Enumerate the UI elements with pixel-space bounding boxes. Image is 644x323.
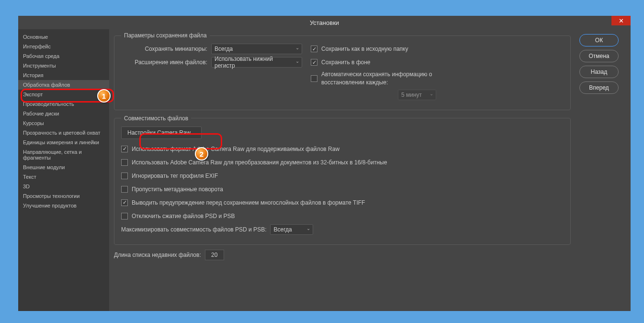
cancel-button[interactable]: Отмена [579, 50, 619, 62]
titlebar: Установки ✕ [18, 16, 631, 29]
recent-list-input[interactable] [205, 250, 224, 260]
thumbnail-label: Сохранять миниатюры: [121, 46, 207, 52]
sidebar-item-11[interactable]: Единицы измерения и линейки [18, 138, 109, 147]
save-background-checkbox[interactable] [311, 59, 317, 66]
camera-raw-settings-button[interactable]: Настройки Camera Raw... [121, 127, 202, 139]
sidebar-item-1[interactable]: Интерфейс [18, 42, 109, 51]
save-background-label[interactable]: Сохранить в фоне [321, 59, 371, 66]
right-panel: ОК Отмена Назад Вперед [576, 29, 631, 311]
autosave-checkbox[interactable] [311, 75, 317, 82]
sidebar-item-2[interactable]: Рабочая среда [18, 51, 109, 61]
recent-list-label: Длина списка недавних файлов: [114, 252, 201, 258]
compat-checkbox-5[interactable] [121, 213, 128, 219]
sidebar-item-8[interactable]: Рабочие диски [18, 109, 109, 118]
sidebar-item-13[interactable]: Внешние модули [18, 162, 109, 172]
sidebar-item-14[interactable]: Текст [18, 172, 109, 182]
ok-button[interactable]: ОК [579, 34, 619, 46]
sidebar-item-15[interactable]: 3D [18, 182, 109, 191]
ext-select[interactable]: Использовать нижний регистр [211, 57, 302, 68]
compat-label-4[interactable]: Выводить предупреждение перед сохранение… [132, 199, 365, 206]
sidebar-item-9[interactable]: Курсоры [18, 118, 109, 128]
compat-label-0[interactable]: Использовать формат Adobe Camera Raw для… [132, 146, 339, 152]
annotation-badge-1: 1 [97, 89, 111, 103]
file-save-options-group: Параметры сохранения файла Сохранять мин… [114, 32, 571, 110]
compat-label-3[interactable]: Пропустить метаданные поворота [132, 186, 223, 193]
autosave-interval-select[interactable]: 5 минут [398, 90, 436, 100]
compat-checkbox-0[interactable] [121, 146, 128, 152]
window-title: Установки [310, 19, 339, 26]
max-compat-select[interactable]: Всегда [270, 224, 313, 235]
compat-checkbox-2[interactable] [121, 173, 128, 179]
sidebar-item-12[interactable]: Направляющие, сетка и фрагменты [18, 147, 109, 162]
save-original-folder-checkbox[interactable] [311, 46, 317, 52]
group-legend: Совместимость файлов [121, 115, 191, 122]
sidebar-item-16[interactable]: Просмотры технологии [18, 191, 109, 201]
sidebar-item-3[interactable]: Инструменты [18, 61, 109, 70]
sidebar-item-0[interactable]: Основные [18, 32, 109, 42]
sidebar-item-17[interactable]: Улучшение продуктов [18, 201, 109, 210]
thumbnail-select[interactable]: Всегда [211, 44, 302, 54]
compat-checkbox-4[interactable] [121, 199, 128, 206]
sidebar: ОсновныеИнтерфейсРабочая средаИнструмент… [18, 29, 109, 311]
max-compat-label: Максимизировать совместимость файлов PSD… [121, 226, 266, 233]
sidebar-item-6[interactable]: Экспорт [18, 90, 109, 99]
sidebar-item-10[interactable]: Прозрачность и цветовой охват [18, 128, 109, 138]
ext-label: Расширение имен файлов: [121, 59, 207, 66]
compat-label-1[interactable]: Использовать Adobe Camera Raw для преобр… [132, 159, 387, 166]
autosave-label[interactable]: Автоматически сохранять информацию о вос… [321, 70, 446, 87]
sidebar-item-7[interactable]: Производительность [18, 99, 109, 109]
annotation-badge-2: 2 [195, 147, 208, 161]
group-legend: Параметры сохранения файла [121, 32, 210, 39]
save-original-folder-label[interactable]: Сохранить как в исходную папку [321, 46, 408, 52]
sidebar-item-4[interactable]: История [18, 70, 109, 80]
close-button[interactable]: ✕ [611, 16, 631, 25]
sidebar-item-5[interactable]: Обработка файлов [18, 80, 109, 90]
compat-checkbox-3[interactable] [121, 186, 128, 193]
main-panel: Параметры сохранения файла Сохранять мин… [109, 29, 576, 311]
back-button[interactable]: Назад [579, 66, 619, 78]
preferences-window: Установки ✕ ОсновныеИнтерфейсРабочая сре… [18, 16, 631, 311]
forward-button[interactable]: Вперед [579, 81, 619, 94]
close-icon: ✕ [619, 17, 624, 24]
compat-checkbox-1[interactable] [121, 159, 128, 166]
file-compatibility-group: Совместимость файлов Настройки Camera Ra… [114, 115, 571, 245]
compat-label-5[interactable]: Отключить сжатие файлов PSD и PSB [132, 213, 235, 219]
compat-label-2[interactable]: Игнорировать тег профиля EXIF [132, 173, 218, 179]
